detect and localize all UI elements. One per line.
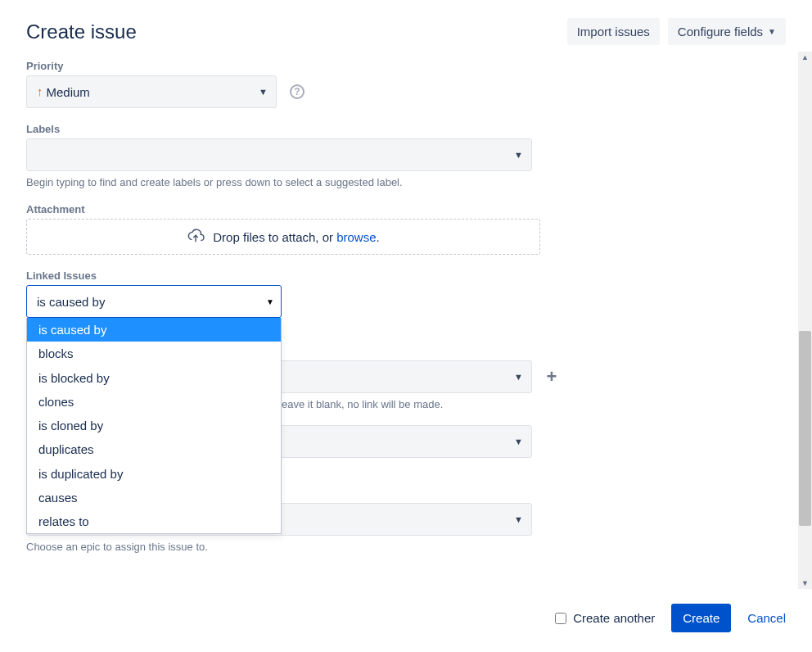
chevron-down-icon: ▼ bbox=[768, 27, 776, 36]
link-type-option[interactable]: relates to bbox=[27, 509, 281, 533]
epic-link-help: Choose an epic to assign this issue to. bbox=[26, 541, 772, 553]
attachment-text: Drop files to attach, or browse. bbox=[213, 230, 379, 244]
chevron-down-icon: ▼ bbox=[514, 150, 523, 160]
chevron-down-icon: ▼ bbox=[266, 297, 274, 306]
link-type-option[interactable]: causes bbox=[27, 486, 281, 509]
scrollbar-track[interactable] bbox=[798, 63, 812, 577]
linked-issues-label: Linked Issues bbox=[26, 269, 772, 282]
link-type-select[interactable]: is caused by ▼ bbox=[26, 285, 282, 318]
link-type-value: is caused by bbox=[37, 295, 105, 309]
create-another-label: Create another bbox=[573, 611, 655, 625]
scroll-up-icon[interactable]: ▲ bbox=[801, 52, 809, 63]
labels-select[interactable]: ▼ bbox=[26, 138, 532, 171]
dialog-title: Create issue bbox=[26, 20, 567, 43]
create-another-input[interactable] bbox=[555, 613, 566, 624]
link-type-option[interactable]: blocks bbox=[27, 342, 281, 365]
link-type-option[interactable]: is cloned by bbox=[27, 414, 281, 437]
chevron-down-icon: ▼ bbox=[514, 437, 523, 446]
attachment-dropzone[interactable]: Drop files to attach, or browse. bbox=[26, 219, 540, 255]
chevron-down-icon: ▼ bbox=[259, 87, 268, 97]
link-type-option[interactable]: is caused by bbox=[27, 318, 281, 342]
import-issues-label: Import issues bbox=[577, 25, 650, 38]
link-type-option[interactable]: clones bbox=[27, 390, 281, 414]
import-issues-button[interactable]: Import issues bbox=[567, 18, 660, 45]
scroll-down-icon[interactable]: ▼ bbox=[801, 577, 809, 589]
attachment-label: Attachment bbox=[26, 203, 772, 215]
priority-value: Medium bbox=[47, 85, 90, 99]
labels-label: Labels bbox=[26, 123, 772, 135]
cancel-button[interactable]: Cancel bbox=[747, 611, 786, 625]
link-type-option[interactable]: is blocked by bbox=[27, 366, 281, 390]
scrollbar-thumb[interactable] bbox=[799, 331, 811, 527]
create-another-checkbox[interactable]: Create another bbox=[555, 611, 655, 625]
upload-cloud-icon bbox=[187, 229, 205, 245]
help-icon[interactable]: ? bbox=[290, 84, 304, 99]
configure-fields-button[interactable]: Configure fields ▼ bbox=[668, 18, 786, 45]
link-type-dropdown: is caused byblocksis blocked byclonesis … bbox=[26, 318, 282, 534]
link-type-option[interactable]: is duplicated by bbox=[27, 462, 281, 486]
configure-fields-label: Configure fields bbox=[678, 25, 763, 38]
attachment-browse-link[interactable]: browse bbox=[336, 230, 376, 244]
link-type-option[interactable]: duplicates bbox=[27, 437, 281, 461]
chevron-down-icon: ▼ bbox=[514, 372, 523, 382]
labels-help: Begin typing to find and create labels o… bbox=[26, 176, 772, 188]
priority-label: Priority bbox=[26, 60, 772, 72]
priority-icon: ↑ bbox=[37, 84, 43, 98]
chevron-down-icon: ▼ bbox=[514, 514, 523, 524]
create-button[interactable]: Create bbox=[671, 604, 731, 632]
vertical-scrollbar[interactable]: ▲ ▼ bbox=[798, 52, 812, 589]
priority-select[interactable]: ↑ Medium ▼ bbox=[26, 75, 277, 108]
add-linked-issue-button[interactable]: + bbox=[542, 366, 562, 387]
